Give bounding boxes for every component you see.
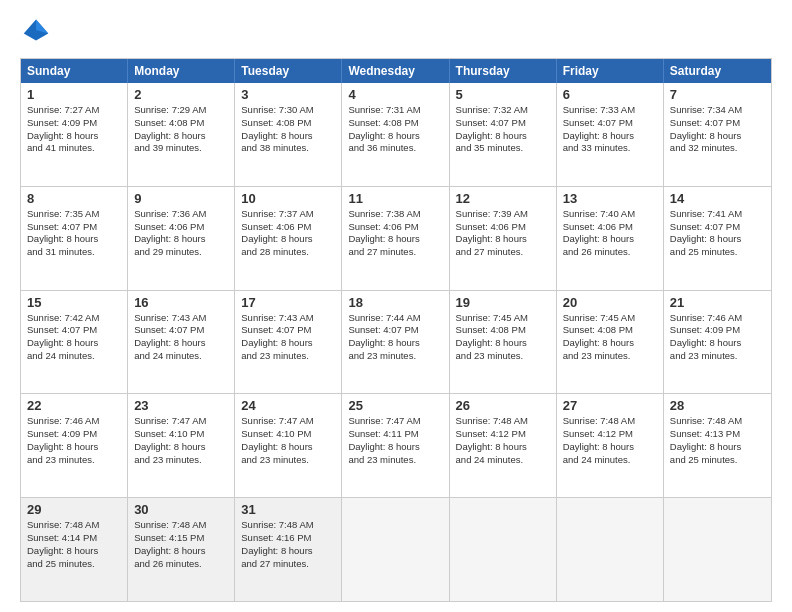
cal-cell: 12Sunrise: 7:39 AMSunset: 4:06 PMDayligh… bbox=[450, 187, 557, 290]
cell-info-line: Sunrise: 7:34 AM bbox=[670, 104, 765, 117]
day-header-tuesday: Tuesday bbox=[235, 59, 342, 83]
cal-cell: 20Sunrise: 7:45 AMSunset: 4:08 PMDayligh… bbox=[557, 291, 664, 394]
cell-info-line: Sunrise: 7:41 AM bbox=[670, 208, 765, 221]
cell-info-line: Sunrise: 7:31 AM bbox=[348, 104, 442, 117]
cal-cell: 6Sunrise: 7:33 AMSunset: 4:07 PMDaylight… bbox=[557, 83, 664, 186]
cell-info-line: and 23 minutes. bbox=[456, 350, 550, 363]
day-number: 27 bbox=[563, 398, 657, 413]
day-number: 29 bbox=[27, 502, 121, 517]
cell-info-line: Sunset: 4:09 PM bbox=[27, 428, 121, 441]
cell-info-line: Sunrise: 7:37 AM bbox=[241, 208, 335, 221]
cell-info-line: and 25 minutes. bbox=[670, 246, 765, 259]
cell-info-line: Sunset: 4:06 PM bbox=[348, 221, 442, 234]
cal-cell: 4Sunrise: 7:31 AMSunset: 4:08 PMDaylight… bbox=[342, 83, 449, 186]
day-number: 19 bbox=[456, 295, 550, 310]
cal-cell: 14Sunrise: 7:41 AMSunset: 4:07 PMDayligh… bbox=[664, 187, 771, 290]
cell-info-line: Sunset: 4:10 PM bbox=[134, 428, 228, 441]
cell-info-line: Sunset: 4:08 PM bbox=[456, 324, 550, 337]
cell-info-line: and 35 minutes. bbox=[456, 142, 550, 155]
cell-info-line: Sunrise: 7:46 AM bbox=[27, 415, 121, 428]
cal-cell: 8Sunrise: 7:35 AMSunset: 4:07 PMDaylight… bbox=[21, 187, 128, 290]
cal-cell: 16Sunrise: 7:43 AMSunset: 4:07 PMDayligh… bbox=[128, 291, 235, 394]
cell-info-line: Daylight: 8 hours bbox=[348, 130, 442, 143]
cell-info-line: Daylight: 8 hours bbox=[241, 233, 335, 246]
calendar-header: SundayMondayTuesdayWednesdayThursdayFrid… bbox=[21, 59, 771, 83]
cell-info-line: Daylight: 8 hours bbox=[27, 441, 121, 454]
cal-cell: 23Sunrise: 7:47 AMSunset: 4:10 PMDayligh… bbox=[128, 394, 235, 497]
cell-info-line: and 25 minutes. bbox=[670, 454, 765, 467]
cell-info-line: Sunset: 4:08 PM bbox=[241, 117, 335, 130]
cell-info-line: Daylight: 8 hours bbox=[134, 441, 228, 454]
cal-cell: 29Sunrise: 7:48 AMSunset: 4:14 PMDayligh… bbox=[21, 498, 128, 601]
cell-info-line: Daylight: 8 hours bbox=[456, 337, 550, 350]
cell-info-line: Sunrise: 7:43 AM bbox=[241, 312, 335, 325]
cell-info-line: Sunset: 4:12 PM bbox=[563, 428, 657, 441]
cal-cell: 17Sunrise: 7:43 AMSunset: 4:07 PMDayligh… bbox=[235, 291, 342, 394]
cal-cell: 5Sunrise: 7:32 AMSunset: 4:07 PMDaylight… bbox=[450, 83, 557, 186]
cell-info-line: Daylight: 8 hours bbox=[670, 233, 765, 246]
cell-info-line: Sunrise: 7:36 AM bbox=[134, 208, 228, 221]
cell-info-line: Sunrise: 7:47 AM bbox=[348, 415, 442, 428]
cell-info-line: and 36 minutes. bbox=[348, 142, 442, 155]
cell-info-line: and 23 minutes. bbox=[241, 454, 335, 467]
cell-info-line: Sunset: 4:13 PM bbox=[670, 428, 765, 441]
day-number: 9 bbox=[134, 191, 228, 206]
day-number: 21 bbox=[670, 295, 765, 310]
cell-info-line: Daylight: 8 hours bbox=[27, 337, 121, 350]
cell-info-line: Daylight: 8 hours bbox=[563, 441, 657, 454]
cell-info-line: Sunrise: 7:30 AM bbox=[241, 104, 335, 117]
day-number: 18 bbox=[348, 295, 442, 310]
cell-info-line: Sunset: 4:08 PM bbox=[348, 117, 442, 130]
cell-info-line: and 24 minutes. bbox=[456, 454, 550, 467]
cal-cell: 9Sunrise: 7:36 AMSunset: 4:06 PMDaylight… bbox=[128, 187, 235, 290]
day-number: 14 bbox=[670, 191, 765, 206]
cal-cell: 15Sunrise: 7:42 AMSunset: 4:07 PMDayligh… bbox=[21, 291, 128, 394]
cell-info-line: and 23 minutes. bbox=[134, 454, 228, 467]
cell-info-line: Sunset: 4:09 PM bbox=[27, 117, 121, 130]
cal-cell: 11Sunrise: 7:38 AMSunset: 4:06 PMDayligh… bbox=[342, 187, 449, 290]
cell-info-line: and 23 minutes. bbox=[241, 350, 335, 363]
cell-info-line: and 26 minutes. bbox=[134, 558, 228, 571]
cell-info-line: Sunset: 4:06 PM bbox=[241, 221, 335, 234]
day-number: 5 bbox=[456, 87, 550, 102]
cell-info-line: Daylight: 8 hours bbox=[134, 545, 228, 558]
day-number: 12 bbox=[456, 191, 550, 206]
cell-info-line: and 31 minutes. bbox=[27, 246, 121, 259]
header bbox=[20, 16, 772, 48]
cell-info-line: Sunset: 4:14 PM bbox=[27, 532, 121, 545]
cell-info-line: Sunrise: 7:48 AM bbox=[456, 415, 550, 428]
cal-cell: 25Sunrise: 7:47 AMSunset: 4:11 PMDayligh… bbox=[342, 394, 449, 497]
cell-info-line: Daylight: 8 hours bbox=[563, 337, 657, 350]
cal-cell: 18Sunrise: 7:44 AMSunset: 4:07 PMDayligh… bbox=[342, 291, 449, 394]
cell-info-line: Sunset: 4:07 PM bbox=[134, 324, 228, 337]
cell-info-line: Sunrise: 7:48 AM bbox=[241, 519, 335, 532]
day-number: 16 bbox=[134, 295, 228, 310]
cell-info-line: and 41 minutes. bbox=[27, 142, 121, 155]
cell-info-line: Sunrise: 7:43 AM bbox=[134, 312, 228, 325]
cell-info-line: Daylight: 8 hours bbox=[670, 441, 765, 454]
cal-week-row: 29Sunrise: 7:48 AMSunset: 4:14 PMDayligh… bbox=[21, 497, 771, 601]
cell-info-line: Sunset: 4:07 PM bbox=[670, 221, 765, 234]
cell-info-line: Sunrise: 7:48 AM bbox=[563, 415, 657, 428]
cal-cell: 26Sunrise: 7:48 AMSunset: 4:12 PMDayligh… bbox=[450, 394, 557, 497]
cell-info-line: Sunrise: 7:47 AM bbox=[241, 415, 335, 428]
cell-info-line: Daylight: 8 hours bbox=[456, 233, 550, 246]
cell-info-line: Sunrise: 7:48 AM bbox=[134, 519, 228, 532]
day-number: 7 bbox=[670, 87, 765, 102]
cell-info-line: Sunrise: 7:35 AM bbox=[27, 208, 121, 221]
day-number: 3 bbox=[241, 87, 335, 102]
cal-cell: 13Sunrise: 7:40 AMSunset: 4:06 PMDayligh… bbox=[557, 187, 664, 290]
day-number: 20 bbox=[563, 295, 657, 310]
day-number: 8 bbox=[27, 191, 121, 206]
cal-week-row: 8Sunrise: 7:35 AMSunset: 4:07 PMDaylight… bbox=[21, 186, 771, 290]
cell-info-line: and 23 minutes. bbox=[563, 350, 657, 363]
cell-info-line: and 27 minutes. bbox=[348, 246, 442, 259]
cal-cell bbox=[342, 498, 449, 601]
cal-cell: 22Sunrise: 7:46 AMSunset: 4:09 PMDayligh… bbox=[21, 394, 128, 497]
cell-info-line: and 24 minutes. bbox=[134, 350, 228, 363]
cell-info-line: Sunset: 4:07 PM bbox=[348, 324, 442, 337]
cal-cell: 28Sunrise: 7:48 AMSunset: 4:13 PMDayligh… bbox=[664, 394, 771, 497]
cell-info-line: Sunset: 4:07 PM bbox=[27, 324, 121, 337]
day-number: 17 bbox=[241, 295, 335, 310]
cell-info-line: Sunset: 4:07 PM bbox=[456, 117, 550, 130]
